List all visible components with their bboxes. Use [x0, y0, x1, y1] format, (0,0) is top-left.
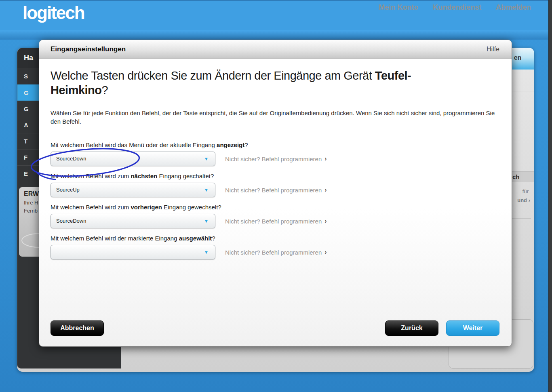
logitech-logo: logitech	[23, 3, 84, 23]
dropdown-arrow-icon: ▼	[204, 245, 209, 259]
question-label: Mit welchem Befehl wird zum nächsten Ein…	[51, 172, 501, 180]
program-command-link[interactable]: Nicht sicher? Befehl programmieren ›	[225, 249, 327, 256]
question-rows: Mit welchem Befehl wird das Menü oder de…	[51, 141, 501, 266]
selected-command: SourceDown	[56, 152, 86, 166]
selected-command: SourceDown	[56, 214, 86, 228]
chevron-right-icon: ›	[324, 249, 327, 256]
link-abmelden[interactable]: Abmelden	[496, 3, 531, 12]
question-control: SourceUp ▼ Nicht sicher? Befehl programm…	[51, 183, 501, 197]
dialog-header: Eingangseinstellungen Hilfe	[39, 40, 512, 59]
question-control: SourceDown ▼ Nicht sicher? Befehl progra…	[51, 214, 501, 228]
dropdown-arrow-icon: ▼	[204, 183, 209, 197]
back-button[interactable]: Zurück	[385, 320, 438, 336]
heading-text: ?	[102, 84, 108, 97]
next-button[interactable]: Weiter	[446, 320, 499, 336]
heading-text: Welche Tasten drücken Sie zum Ändern der…	[51, 69, 375, 82]
top-bar: logitech Mein Konto Kundendienst Abmelde…	[0, 0, 552, 38]
top-nav: Mein Konto Kundendienst Abmelden	[379, 3, 531, 12]
cancel-button[interactable]: Abbrechen	[51, 320, 104, 336]
chevron-right-icon: ›	[324, 155, 327, 162]
program-command-link[interactable]: Nicht sicher? Befehl programmieren ›	[225, 186, 327, 194]
help-link[interactable]: Hilfe	[487, 40, 499, 59]
selected-command: SourceUp	[56, 183, 80, 197]
dialog-heading: Welche Tasten drücken Sie zum Ändern der…	[51, 68, 501, 97]
question-label: Mit welchem Befehl wird das Menü oder de…	[51, 141, 501, 149]
question-row-select-input: Mit welchem Befehl wird der markierte Ei…	[51, 234, 501, 259]
chevron-right-icon: ›	[324, 186, 327, 194]
question-label: Mit welchem Befehl wird der markierte Ei…	[51, 234, 501, 242]
heading-device-name: Teufel-	[375, 69, 411, 82]
heading-device-name: Heimkino	[51, 84, 102, 97]
question-row-show-input: Mit welchem Befehl wird das Menü oder de…	[51, 141, 501, 166]
command-select-previous-input[interactable]: SourceDown ▼	[51, 214, 215, 228]
input-settings-dialog: Eingangseinstellungen Hilfe Welche Taste…	[39, 40, 512, 347]
top-bar-strip	[0, 30, 552, 40]
command-select-next-input[interactable]: SourceUp ▼	[51, 183, 215, 197]
command-select-show-input[interactable]: SourceDown ▼	[51, 152, 215, 166]
question-row-next-input: Mit welchem Befehl wird zum nächsten Ein…	[51, 172, 501, 197]
question-label: Mit welchem Befehl wird zum vorherigen E…	[51, 203, 501, 211]
command-select-select-input[interactable]: ▼	[51, 245, 215, 259]
program-command-link[interactable]: Nicht sicher? Befehl programmieren ›	[225, 217, 327, 225]
question-row-previous-input: Mit welchem Befehl wird zum vorherigen E…	[51, 203, 501, 228]
question-control: ▼ Nicht sicher? Befehl programmieren ›	[51, 245, 501, 259]
dialog-description: Wählen Sie für jede Funktion den Befehl,…	[51, 109, 498, 126]
chevron-right-icon: ›	[324, 217, 327, 225]
program-command-link[interactable]: Nicht sicher? Befehl programmieren ›	[225, 155, 327, 162]
dropdown-arrow-icon: ▼	[204, 214, 209, 228]
right-edge-bar	[548, 0, 552, 392]
dropdown-arrow-icon: ▼	[204, 152, 209, 166]
app-root: en ch für und › Ha S G G A T F E ERW Ihr…	[0, 0, 552, 392]
link-kundendienst[interactable]: Kundendienst	[433, 3, 481, 12]
dialog-title: Eingangseinstellungen	[51, 40, 126, 59]
question-control: SourceDown ▼ Nicht sicher? Befehl progra…	[51, 152, 501, 166]
link-mein-konto[interactable]: Mein Konto	[379, 3, 418, 12]
